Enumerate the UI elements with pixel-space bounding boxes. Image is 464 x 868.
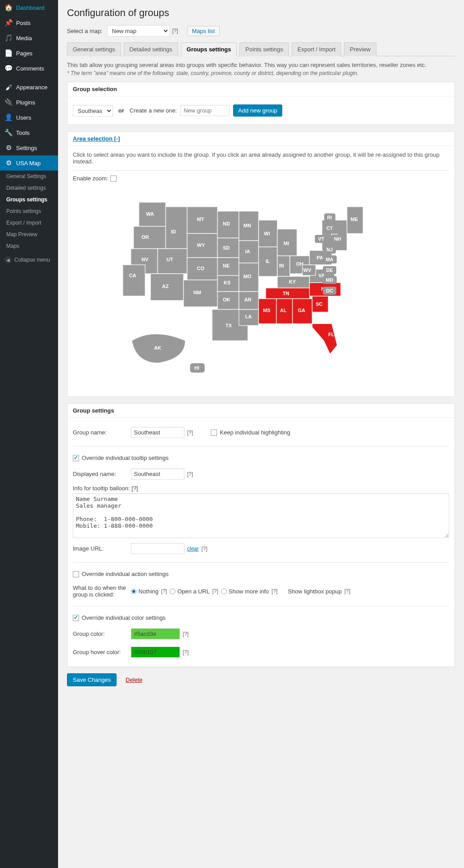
users-icon: 👤 xyxy=(4,113,13,121)
select-map-label: Select a map: xyxy=(67,28,103,34)
tab-note: * The term "area" means one of the follo… xyxy=(67,70,455,76)
svg-rect-42 xyxy=(239,309,259,326)
group-name-input[interactable] xyxy=(131,427,184,438)
action-moreinfo-radio[interactable] xyxy=(221,588,227,594)
group-color-input[interactable] xyxy=(131,628,180,639)
sidebar-item-settings[interactable]: ⚙Settings xyxy=(0,140,58,155)
tab-preview[interactable]: Preview xyxy=(344,42,376,56)
displayed-name-label: Displayed name: xyxy=(73,471,131,477)
keep-highlight-checkbox[interactable] xyxy=(211,430,217,436)
svg-rect-8 xyxy=(187,234,217,258)
tab-general[interactable]: General settings xyxy=(67,42,121,56)
help-icon[interactable]: [?] xyxy=(201,546,207,552)
image-url-label: Image URL: xyxy=(73,545,131,552)
state-badge-dc[interactable]: DC xyxy=(323,287,336,295)
help-icon[interactable]: [?] xyxy=(344,588,350,594)
group-color-label: Group color: xyxy=(73,630,131,637)
sub-groups-settings[interactable]: Groups settings xyxy=(0,194,58,205)
action-url-radio[interactable] xyxy=(170,588,176,594)
sidebar-item-tools[interactable]: 🔧Tools xyxy=(0,125,58,140)
help-icon[interactable]: [?] xyxy=(183,631,188,637)
state-badge-ma[interactable]: MA xyxy=(322,255,336,263)
tab-export[interactable]: Export / Import xyxy=(292,42,341,56)
sub-maps[interactable]: Maps xyxy=(0,240,58,252)
svg-rect-38 xyxy=(239,263,259,292)
override-color-label: Override individual color settings xyxy=(82,614,166,621)
tooltip-info-label: Info for tooltip balloon: [?] xyxy=(73,485,138,492)
or-label: or xyxy=(118,107,124,114)
state-badge-vt[interactable]: VT xyxy=(315,235,327,243)
hover-color-label: Group hover color: xyxy=(73,649,131,655)
sidebar-item-users[interactable]: 👤Users xyxy=(0,110,58,125)
sidebar-item-media[interactable]: 🎵Media xyxy=(0,30,58,46)
state-badge-nh[interactable]: NH xyxy=(331,235,344,243)
delete-link[interactable]: Delete xyxy=(125,676,142,683)
svg-rect-12 xyxy=(158,249,187,274)
sub-points-settings[interactable]: Points settings xyxy=(0,205,58,217)
override-action-label: Override individual action settings xyxy=(82,571,168,577)
help-icon[interactable]: [?] xyxy=(187,471,193,477)
svg-rect-46 xyxy=(259,247,277,276)
help-icon[interactable]: [?] xyxy=(183,649,188,655)
svg-rect-16 xyxy=(123,265,145,296)
svg-rect-14 xyxy=(187,258,217,280)
svg-rect-40 xyxy=(239,292,259,309)
sidebar-item-comments[interactable]: 💬Comments xyxy=(0,61,58,76)
hover-color-input[interactable] xyxy=(131,647,180,658)
sidebar-item-plugins[interactable]: 🔌Plugins xyxy=(0,95,58,110)
help-icon[interactable]: [?] xyxy=(272,588,277,594)
create-new-label: Create a new one: xyxy=(130,107,177,114)
clear-link[interactable]: clear xyxy=(187,546,199,552)
enable-zoom-checkbox[interactable] xyxy=(110,175,117,182)
svg-rect-26 xyxy=(217,258,239,275)
state-badge-md[interactable]: MD xyxy=(322,276,336,284)
svg-rect-4 xyxy=(166,207,187,249)
select-map[interactable]: New map xyxy=(107,25,170,37)
svg-rect-48 xyxy=(277,229,297,256)
override-tooltip-checkbox[interactable] xyxy=(73,455,79,461)
sidebar-item-dashboard[interactable]: 🏠Dashboard xyxy=(0,0,58,15)
state-badge-de[interactable]: DE xyxy=(323,266,336,274)
help-icon[interactable]: [?] xyxy=(187,430,193,436)
tab-points[interactable]: Points settings xyxy=(239,42,289,56)
sidebar-item-pages[interactable]: 📄Pages xyxy=(0,46,58,61)
help-icon[interactable]: [?] xyxy=(172,28,178,34)
area-selection-toggle[interactable]: Area selection [-] xyxy=(67,132,455,146)
override-action-checkbox[interactable] xyxy=(73,571,79,577)
state-badge-ct[interactable]: CT xyxy=(323,224,336,232)
group-selection-panel: Group selection Southeast or Create a ne… xyxy=(67,82,455,125)
main-content: Configuration of groups Select a map: Ne… xyxy=(58,0,464,868)
sub-export-import[interactable]: Export / Import xyxy=(0,217,58,229)
maps-list-button[interactable]: Maps list xyxy=(187,26,220,36)
pages-icon: 📄 xyxy=(4,49,13,57)
usa-map[interactable]: WA OR ID MT WY NV UT CO CA AZ NM ND SD N… xyxy=(73,184,449,391)
tabs: General settings Detailed settings Group… xyxy=(67,42,455,56)
displayed-name-input[interactable] xyxy=(131,468,184,480)
group-select[interactable]: Southeast xyxy=(73,105,113,117)
new-group-input[interactable] xyxy=(180,105,230,116)
help-icon[interactable]: [?] xyxy=(161,588,167,594)
svg-rect-30 xyxy=(217,292,239,309)
tooltip-info-textarea[interactable]: Name Surname Sales manager Phone: 1-800-… xyxy=(73,493,449,538)
sub-map-preview[interactable]: Map Preview xyxy=(0,229,58,240)
sidebar-item-usa-map[interactable]: ⚙USA Map xyxy=(0,155,58,171)
sidebar-item-posts[interactable]: 📌Posts xyxy=(0,15,58,30)
settings-icon: ⚙ xyxy=(4,144,13,152)
image-url-input[interactable] xyxy=(131,543,184,554)
state-badge-nj[interactable]: NJ xyxy=(323,246,336,254)
tab-groups[interactable]: Groups settings xyxy=(181,42,237,56)
sidebar-item-appearance[interactable]: 🖌Appearance xyxy=(0,79,58,95)
help-icon[interactable]: [?] xyxy=(212,588,218,594)
tab-detailed[interactable]: Detailed settings xyxy=(124,42,178,56)
sub-detailed-settings[interactable]: Detailed settings xyxy=(0,182,58,194)
sub-general-settings[interactable]: General Settings xyxy=(0,171,58,182)
collapse-menu[interactable]: ◀Collapse menu xyxy=(0,252,58,268)
tab-description: This tab allow you grouping several area… xyxy=(67,62,455,68)
action-nothing-radio[interactable] xyxy=(131,588,137,594)
group-name-label: Group name: xyxy=(73,429,131,436)
save-button[interactable]: Save Changes xyxy=(67,673,117,686)
add-group-button[interactable]: Add new group xyxy=(233,104,282,117)
dashboard-icon: 🏠 xyxy=(4,4,13,12)
state-badge-ri[interactable]: RI xyxy=(324,213,335,221)
override-color-checkbox[interactable] xyxy=(73,615,79,621)
